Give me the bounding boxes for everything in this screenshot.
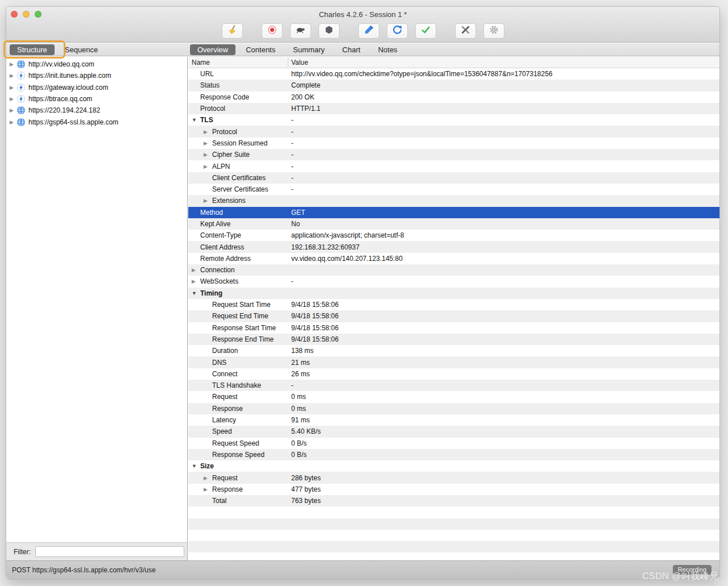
- column-header-name[interactable]: Name: [192, 59, 210, 67]
- table-row[interactable]: Connect26 ms: [188, 368, 719, 380]
- table-row[interactable]: ▶Cipher Suite-: [188, 149, 719, 160]
- disclosure-triangle-icon[interactable]: ▶: [204, 129, 212, 135]
- overview-table: URLhttp://vv.video.qq.com/checktime?otyp…: [188, 68, 719, 560]
- table-row[interactable]: Speed5.40 KB/s: [188, 426, 719, 437]
- table-row-empty: [188, 518, 719, 530]
- disclosure-triangle-icon[interactable]: ▶: [6, 96, 14, 102]
- table-row[interactable]: Latency91 ms: [188, 414, 719, 426]
- table-row[interactable]: Response End Time9/4/18 15:58:06: [188, 334, 719, 345]
- host-label: https://gateway.icloud.com: [28, 84, 109, 92]
- table-row[interactable]: ▶ALPN-: [188, 160, 719, 172]
- row-name: Connection: [200, 266, 235, 274]
- disclosure-triangle-icon[interactable]: ▶: [204, 487, 212, 492]
- table-row[interactable]: ▶WebSockets-: [188, 276, 719, 287]
- disclosure-triangle-icon[interactable]: ▼: [192, 290, 200, 296]
- tree-item[interactable]: ▶http://vv.video.qq.com: [6, 59, 187, 70]
- table-row[interactable]: ▶Response477 bytes: [188, 484, 719, 495]
- table-row[interactable]: ▼Size: [188, 460, 719, 472]
- row-name: Response: [212, 485, 243, 493]
- validate-button[interactable]: [415, 23, 436, 39]
- table-row[interactable]: Response0 ms: [188, 403, 719, 414]
- tab-overview[interactable]: Overview: [190, 44, 235, 55]
- disclosure-triangle-icon[interactable]: ▶: [6, 85, 14, 90]
- tab-structure[interactable]: Structure: [10, 44, 55, 55]
- disclosure-triangle-icon[interactable]: ▶: [204, 198, 212, 203]
- disclosure-triangle-icon[interactable]: ▶: [204, 164, 212, 169]
- row-value: -: [288, 116, 293, 124]
- host-label: https://gsp64-ssl.ls.apple.com: [28, 118, 118, 126]
- clear-session-button[interactable]: [222, 23, 243, 39]
- table-row[interactable]: Content-Typeapplication/x-javascript; ch…: [188, 230, 719, 241]
- repeat-button[interactable]: [387, 23, 408, 39]
- table-row[interactable]: ▶Session Resumed-: [188, 138, 719, 149]
- table-row[interactable]: ▶Connection: [188, 264, 719, 276]
- table-row[interactable]: Request End Time9/4/18 15:58:06: [188, 310, 719, 322]
- tools-icon: [460, 24, 471, 38]
- table-row[interactable]: Response Start Time9/4/18 15:58:06: [188, 322, 719, 334]
- tab-summary[interactable]: Summary: [286, 44, 332, 55]
- row-value: 26 ms: [288, 370, 310, 378]
- tree-item[interactable]: ▶https://init.itunes.apple.com: [6, 70, 187, 81]
- disclosure-triangle-icon[interactable]: ▶: [192, 267, 200, 273]
- table-row[interactable]: TLS Handshake-: [188, 380, 719, 391]
- tab-notes[interactable]: Notes: [371, 44, 405, 55]
- table-row[interactable]: Remote Addressvv.video.qq.com/140.207.12…: [188, 253, 719, 264]
- row-value: 0 ms: [288, 393, 306, 401]
- disclosure-triangle-icon[interactable]: ▶: [204, 140, 212, 146]
- table-row[interactable]: ProtocolHTTP/1.1: [188, 103, 719, 114]
- table-row[interactable]: StatusComplete: [188, 80, 719, 91]
- table-row[interactable]: Client Address192.168.31.232:60937: [188, 241, 719, 252]
- host-tree: ▶http://vv.video.qq.com▶https://init.itu…: [6, 57, 187, 542]
- column-divider[interactable]: [288, 58, 288, 67]
- disclosure-triangle-icon[interactable]: ▶: [6, 119, 14, 125]
- table-row[interactable]: Request0 ms: [188, 391, 719, 402]
- tab-chart[interactable]: Chart: [335, 44, 368, 55]
- table-row[interactable]: Request Speed0 B/s: [188, 438, 719, 449]
- row-value: GET: [288, 209, 305, 217]
- table-row[interactable]: Response Code200 OK: [188, 92, 719, 103]
- disclosure-triangle-icon[interactable]: ▶: [6, 73, 14, 78]
- record-button[interactable]: [262, 23, 283, 39]
- disclosure-triangle-icon[interactable]: ▶: [204, 152, 212, 157]
- table-row[interactable]: MethodGET: [188, 207, 719, 218]
- disclosure-triangle-icon[interactable]: ▶: [6, 61, 14, 67]
- disclosure-triangle-icon[interactable]: ▶: [204, 475, 212, 481]
- tree-item[interactable]: ▶https://gateway.icloud.com: [6, 82, 187, 93]
- disclosure-triangle-icon[interactable]: ▼: [192, 463, 200, 469]
- table-row[interactable]: Server Certificates-: [188, 184, 719, 195]
- tree-item[interactable]: ▶https://btrace.qq.com: [6, 93, 187, 105]
- table-row-empty: [188, 506, 719, 518]
- disclosure-triangle-icon[interactable]: ▶: [6, 107, 14, 113]
- filter-bar: Filter:: [6, 542, 187, 560]
- disclosure-triangle-icon[interactable]: ▶: [192, 279, 200, 284]
- table-row[interactable]: Response Speed0 B/s: [188, 449, 719, 460]
- table-row-empty: [188, 552, 719, 560]
- tab-sequence[interactable]: Sequence: [57, 44, 106, 55]
- disclosure-triangle-icon[interactable]: ▼: [192, 117, 200, 123]
- settings-button[interactable]: [483, 23, 504, 39]
- tree-item[interactable]: ▶https://220.194.224.182: [6, 105, 187, 116]
- tools-button[interactable]: [455, 23, 476, 39]
- tree-item[interactable]: ▶https://gsp64-ssl.ls.apple.com: [6, 116, 187, 127]
- table-row[interactable]: URLhttp://vv.video.qq.com/checktime?otyp…: [188, 68, 719, 80]
- table-row[interactable]: ▶Request286 bytes: [188, 472, 719, 483]
- table-row[interactable]: ▼Timing: [188, 288, 719, 299]
- table-row[interactable]: Kept AliveNo: [188, 218, 719, 230]
- table-row[interactable]: DNS21 ms: [188, 356, 719, 368]
- tab-contents[interactable]: Contents: [238, 44, 283, 55]
- table-row[interactable]: ▼TLS-: [188, 114, 719, 126]
- table-row[interactable]: Client Certificates-: [188, 172, 719, 184]
- compose-button[interactable]: [358, 23, 379, 39]
- throttling-button[interactable]: [290, 23, 311, 39]
- breakpoints-button[interactable]: [318, 23, 340, 39]
- table-row[interactable]: ▶Extensions: [188, 195, 719, 206]
- filter-input[interactable]: [35, 546, 184, 557]
- hexagon-icon: [324, 24, 334, 38]
- table-row-empty: [188, 530, 719, 541]
- table-row[interactable]: ▶Protocol-: [188, 126, 719, 137]
- column-header-value[interactable]: Value: [291, 59, 308, 67]
- overview-panel: Name Value URLhttp://vv.video.qq.com/che…: [188, 57, 719, 560]
- table-row[interactable]: Total763 bytes: [188, 495, 719, 506]
- table-row[interactable]: Duration138 ms: [188, 345, 719, 356]
- table-row[interactable]: Request Start Time9/4/18 15:58:06: [188, 299, 719, 310]
